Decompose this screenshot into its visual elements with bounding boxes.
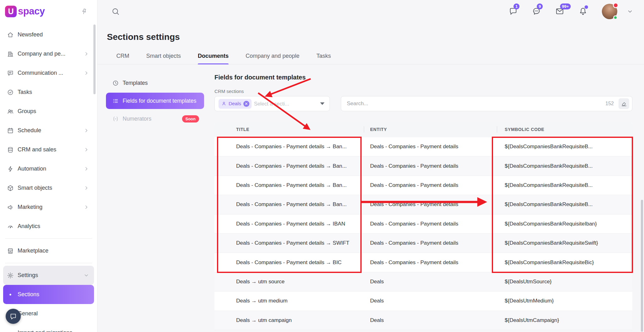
chip-remove-button[interactable]: ✕: [243, 101, 249, 107]
table-row[interactable]: Deals → utm mediumDeals${DealsUtmMedium}: [214, 291, 632, 311]
sidebar-header: U spacy: [0, 0, 97, 23]
subnav-item-fields-for-document-templates[interactable]: Fields for document templates: [106, 93, 204, 109]
table-row[interactable]: Deals - Companies - Payment details → Ba…: [214, 176, 632, 195]
sidebar-item-analytics[interactable]: Analytics: [3, 217, 94, 236]
chevron-right-icon: [84, 51, 89, 57]
table-row[interactable]: Deals - Companies - Payment details → SW…: [214, 234, 632, 253]
tab-smart-objects[interactable]: Smart objects: [146, 53, 181, 64]
sidebar-item-tasks[interactable]: Tasks: [3, 83, 94, 102]
cell-code: ${DealsCompaniesBankRequisiteIban}: [497, 221, 632, 227]
page-title: Sections settings: [107, 32, 644, 42]
content: Fields for document templates CRM sectio…: [214, 73, 632, 330]
sidebar-item-groups[interactable]: Groups: [3, 102, 94, 121]
cell-title: Deals → utm source: [214, 279, 364, 285]
comment-icon[interactable]: 1: [509, 7, 518, 16]
search-icon[interactable]: [111, 7, 120, 16]
uspacy-logo-text: spacy: [18, 6, 45, 17]
cell-title: Deals - Companies - Payment details → Ba…: [214, 163, 364, 169]
sidebar-item-settings[interactable]: Settings: [3, 266, 94, 285]
notification-badge: 99+: [560, 3, 571, 9]
sidebar-item-import-and-migrations[interactable]: Import and migrations: [3, 323, 94, 332]
subnav-item-label: Templates: [123, 80, 148, 86]
table-row[interactable]: Deals - Companies - Payment details → Ba…: [214, 195, 632, 214]
sidebar-item-label: Settings: [18, 272, 84, 279]
table-row[interactable]: Deals - Companies - Payment details → BI…: [214, 253, 632, 272]
company-icon: [7, 50, 14, 57]
topbar: 1999+: [97, 0, 644, 23]
cell-code: ${DealsCompaniesBankRequisiteB...: [497, 163, 632, 169]
cell-title: Deals → utm medium: [214, 298, 364, 304]
chevron-right-icon: [84, 128, 89, 133]
column-header-entity: ENTITY: [364, 127, 497, 132]
sidebar-item-label: Smart objects: [18, 185, 84, 191]
table-row[interactable]: Deals - Companies - Payment details → Ba…: [214, 137, 632, 156]
mail-icon[interactable]: 99+: [555, 7, 564, 16]
search-input[interactable]: [347, 101, 601, 107]
chevron-right-icon: [84, 166, 89, 171]
dropdown-arrow-icon[interactable]: [320, 102, 325, 105]
cell-title: Deals - Companies - Payment details → Ba…: [214, 201, 364, 208]
tab-documents[interactable]: Documents: [198, 53, 229, 64]
filter-row: Deals ✕ Select a secti... 152: [214, 96, 632, 111]
sidebar: U spacy NewsfeedCompany and pe...Communi…: [0, 0, 97, 332]
sidebar-item-communication[interactable]: Communication ...: [3, 63, 94, 83]
crm-sections-select[interactable]: Deals ✕ Select a secti...: [214, 96, 330, 111]
avatar-online-dot: [613, 15, 618, 20]
tab-crm[interactable]: CRM: [116, 53, 129, 64]
search-result-count: 152: [605, 101, 614, 106]
sidebar-item-marketing[interactable]: Marketing: [3, 198, 94, 217]
cell-entity: Deals - Companies - Payment details: [364, 240, 497, 246]
avatar[interactable]: [602, 4, 617, 19]
topbar-actions: 1999+: [509, 7, 587, 16]
sidebar-item-label: Analytics: [18, 223, 89, 230]
pin-icon[interactable]: [80, 7, 88, 16]
page-scrollbar[interactable]: [641, 200, 643, 332]
sidebar-item-marketplace[interactable]: Marketplace: [3, 241, 94, 260]
newsfeed-icon: [7, 31, 14, 38]
communication-icon: [7, 69, 14, 77]
cell-title: Deals - Companies - Payment details → IB…: [214, 221, 364, 227]
chat-fab-button[interactable]: [6, 309, 21, 324]
cell-entity: Deals - Companies - Payment details: [364, 221, 497, 227]
cell-code: ${DealsUtmCampaign}: [497, 317, 632, 324]
search-box: 152: [341, 96, 632, 111]
eraser-icon[interactable]: [619, 98, 629, 109]
sidebar-item-company-and-pe[interactable]: Company and pe...: [3, 44, 94, 63]
subnav-item-templates[interactable]: Templates: [106, 75, 204, 91]
sidebar-item-automation[interactable]: Automation: [3, 159, 94, 178]
chat-icon[interactable]: 9: [532, 7, 541, 16]
sidebar-item-schedule[interactable]: Schedule: [3, 121, 94, 140]
cell-entity: Deals: [364, 279, 497, 285]
table-row[interactable]: Deals - Companies - Payment details → Ba…: [214, 156, 632, 176]
sidebar-item-label: Import and migrations: [18, 329, 89, 332]
table-row[interactable]: Deals → utm campaignDeals${DealsUtmCampa…: [214, 311, 632, 330]
subnav-item-numerators[interactable]: NumeratorsSoon: [106, 111, 204, 127]
cell-title: Deals - Companies - Payment details → SW…: [214, 240, 364, 246]
bell-icon[interactable]: [579, 7, 587, 16]
avatar-alert-badge: [613, 3, 619, 8]
cell-code: ${DealsCompaniesBankRequisiteSwift}: [497, 240, 632, 246]
tab-company-and-people[interactable]: Company and people: [246, 53, 299, 64]
notification-dot: [585, 5, 588, 9]
soon-badge: Soon: [182, 115, 199, 122]
sidebar-item-smart-objects[interactable]: Smart objects: [3, 178, 94, 198]
cell-code: ${DealsUtmSource}: [497, 279, 632, 285]
sidebar-item-sections[interactable]: Sections: [3, 285, 94, 304]
table-row[interactable]: Deals - Companies - Payment details → IB…: [214, 215, 632, 234]
chevron-down-icon[interactable]: [627, 8, 633, 15]
uspacy-logo[interactable]: U spacy: [5, 6, 45, 17]
cell-code: ${DealsCompaniesBankRequisiteB...: [497, 144, 632, 150]
cell-code: ${DealsCompaniesBankRequisiteBic}: [497, 259, 632, 266]
main-area: Sections settings CRMSmart objectsDocume…: [97, 23, 644, 332]
person-icon: [221, 101, 226, 106]
table-row[interactable]: Deals → utm sourceDeals${DealsUtmSource}: [214, 272, 632, 291]
tab-tasks[interactable]: Tasks: [316, 53, 331, 64]
select-placeholder: Select a secti...: [254, 101, 318, 107]
sidebar-item-crm-and-sales[interactable]: CRM and sales: [3, 140, 94, 159]
sidebar-item-newsfeed[interactable]: Newsfeed: [3, 25, 94, 44]
schedule-icon: [7, 127, 14, 134]
cell-title: Deals - Companies - Payment details → Ba…: [214, 182, 364, 188]
subnav: TemplatesFields for document templatesNu…: [106, 73, 204, 330]
sidebar-scrollbar[interactable]: [93, 24, 96, 94]
deals-chip[interactable]: Deals ✕: [219, 99, 252, 109]
